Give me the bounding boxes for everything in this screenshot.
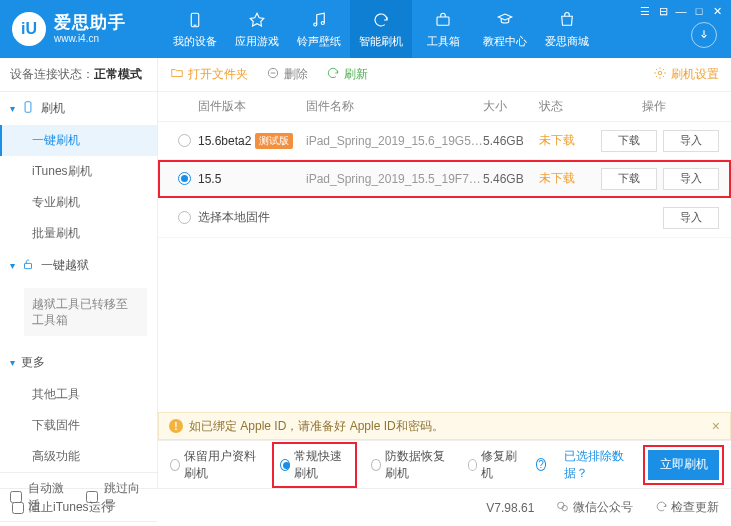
device-info[interactable]: ▮ iPad Air 3 64GB iPad bbox=[0, 521, 157, 526]
refresh-button[interactable]: 刷新 bbox=[326, 66, 368, 83]
check-update-link[interactable]: 检查更新 bbox=[655, 499, 719, 516]
nav-tutorial[interactable]: 教程中心 bbox=[474, 0, 536, 58]
row-radio[interactable] bbox=[170, 134, 198, 147]
svg-point-9 bbox=[658, 71, 662, 75]
delete-button[interactable]: 删除 bbox=[266, 66, 308, 83]
brand-url: www.i4.cn bbox=[54, 33, 126, 45]
sidebar-item-advanced[interactable]: 高级功能 bbox=[0, 441, 157, 472]
sidebar-item-pro[interactable]: 专业刷机 bbox=[0, 187, 157, 218]
unlock-icon bbox=[21, 257, 35, 274]
logo-icon: iU bbox=[12, 12, 46, 46]
main-panel: 打开文件夹 删除 刷新 刷机设置 固件版本 固件名称 大小 状态 操作 15.6… bbox=[158, 58, 731, 488]
sidebar: 设备连接状态：正常模式 ▾ 刷机 一键刷机 iTunes刷机 专业刷机 批量刷机… bbox=[0, 58, 158, 488]
nav-ringtone[interactable]: 铃声壁纸 bbox=[288, 0, 350, 58]
block-itunes-checkbox[interactable]: 阻止iTunes运行 bbox=[12, 499, 113, 516]
sidebar-cat-jailbreak[interactable]: ▾ 一键越狱 bbox=[0, 249, 157, 282]
top-nav: 我的设备 应用游戏 铃声壁纸 智能刷机 工具箱 教程中心 爱思商城 bbox=[164, 0, 598, 58]
apple-id-warning: ! 如已绑定 Apple ID，请准备好 Apple ID和密码。 × bbox=[158, 412, 731, 440]
win-menu-icon[interactable]: ☰ bbox=[637, 4, 653, 18]
warning-icon: ! bbox=[169, 419, 183, 433]
row-radio[interactable] bbox=[170, 172, 198, 185]
jailbreak-note: 越狱工具已转移至工具箱 bbox=[24, 288, 147, 336]
sidebar-item-download-fw[interactable]: 下载固件 bbox=[0, 410, 157, 441]
svg-rect-4 bbox=[437, 17, 449, 25]
svg-point-2 bbox=[314, 23, 317, 26]
wechat-link[interactable]: 微信公众号 bbox=[556, 499, 632, 516]
svg-rect-6 bbox=[25, 263, 32, 268]
sidebar-item-oneclick[interactable]: 一键刷机 bbox=[0, 125, 157, 156]
download-button[interactable]: 下载 bbox=[601, 130, 657, 152]
beta-badge: 测试版 bbox=[255, 133, 293, 149]
device-status: 设备连接状态：正常模式 bbox=[0, 58, 157, 92]
opt-keep-data[interactable]: 保留用户资料刷机 bbox=[170, 448, 258, 482]
win-maximize-icon[interactable]: □ bbox=[691, 4, 707, 18]
nav-apps[interactable]: 应用游戏 bbox=[226, 0, 288, 58]
nav-my-device[interactable]: 我的设备 bbox=[164, 0, 226, 58]
local-firmware-row[interactable]: 选择本地固件 导入 bbox=[158, 198, 731, 238]
sync-button[interactable] bbox=[691, 22, 717, 48]
opt-anti-recover[interactable]: 防数据恢复刷机 bbox=[371, 448, 450, 482]
import-button[interactable]: 导入 bbox=[663, 168, 719, 190]
sidebar-cat-more[interactable]: ▾ 更多 bbox=[0, 346, 157, 379]
row-radio[interactable] bbox=[170, 211, 198, 224]
flash-options: 保留用户资料刷机 常规快速刷机 防数据恢复刷机 修复刷机 ? 已选排除数据？ 立… bbox=[158, 440, 731, 488]
sidebar-item-itunes[interactable]: iTunes刷机 bbox=[0, 156, 157, 187]
caret-down-icon: ▾ bbox=[10, 103, 15, 114]
open-folder-button[interactable]: 打开文件夹 bbox=[170, 66, 248, 83]
opt-repair-flash[interactable]: 修复刷机 bbox=[468, 448, 518, 482]
sidebar-item-batch[interactable]: 批量刷机 bbox=[0, 218, 157, 249]
caret-down-icon: ▾ bbox=[10, 260, 15, 271]
toolbar: 打开文件夹 删除 刷新 刷机设置 bbox=[158, 58, 731, 92]
sidebar-item-other[interactable]: 其他工具 bbox=[0, 379, 157, 410]
nav-flash[interactable]: 智能刷机 bbox=[350, 0, 412, 58]
opt-normal-flash[interactable]: 常规快速刷机 bbox=[276, 446, 353, 484]
win-close-icon[interactable]: ✕ bbox=[709, 4, 725, 18]
close-warning-icon[interactable]: × bbox=[712, 418, 720, 434]
firmware-row[interactable]: 15.6beta2测试版 iPad_Spring_2019_15.6_19G50… bbox=[158, 122, 731, 160]
firmware-row-selected[interactable]: 15.5 iPad_Spring_2019_15.5_19F77_Restore… bbox=[158, 160, 731, 198]
import-button[interactable]: 导入 bbox=[663, 207, 719, 229]
app-logo: iU 爱思助手 www.i4.cn bbox=[12, 12, 126, 46]
win-minimize-icon[interactable]: — bbox=[673, 4, 689, 18]
version-label[interactable]: V7.98.61 bbox=[486, 501, 534, 515]
nav-toolbox[interactable]: 工具箱 bbox=[412, 0, 474, 58]
win-lock-icon[interactable]: ⊟ bbox=[655, 4, 671, 18]
exclude-data-link[interactable]: 已选排除数据？ bbox=[564, 448, 630, 482]
nav-store[interactable]: 爱思商城 bbox=[536, 0, 598, 58]
import-button[interactable]: 导入 bbox=[663, 130, 719, 152]
flash-settings-button[interactable]: 刷机设置 bbox=[653, 66, 719, 83]
download-button[interactable]: 下载 bbox=[601, 168, 657, 190]
brand-name: 爱思助手 bbox=[54, 13, 126, 33]
sidebar-cat-flash[interactable]: ▾ 刷机 bbox=[0, 92, 157, 125]
table-header: 固件版本 固件名称 大小 状态 操作 bbox=[158, 92, 731, 122]
window-controls: ☰ ⊟ — □ ✕ bbox=[637, 4, 725, 18]
info-icon[interactable]: ? bbox=[536, 458, 547, 471]
flash-icon bbox=[21, 100, 35, 117]
svg-rect-5 bbox=[25, 102, 31, 113]
caret-down-icon: ▾ bbox=[10, 357, 15, 368]
title-bar: iU 爱思助手 www.i4.cn 我的设备 应用游戏 铃声壁纸 智能刷机 工具… bbox=[0, 0, 731, 58]
svg-point-3 bbox=[321, 21, 324, 24]
flash-now-button[interactable]: 立即刷机 bbox=[648, 450, 719, 480]
